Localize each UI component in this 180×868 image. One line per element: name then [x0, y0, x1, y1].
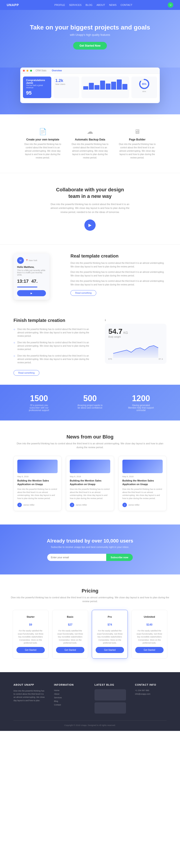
mobile-time: 13:17 47. [17, 279, 46, 284]
mobile-progress-bar [17, 286, 37, 287]
template-icon: 📄 [23, 128, 63, 135]
check-icon-3: ○ [13, 354, 15, 364]
stat-item-1: 1500 Of a premium you subscriber with ou… [25, 394, 53, 411]
chart-low-label: E75 [109, 358, 112, 360]
stat-desc-2: Amazing project wants to be about and co… [77, 404, 103, 409]
user-avatar[interactable]: U [168, 2, 173, 8]
subscribe-button[interactable]: Subscribe now [106, 554, 133, 561]
plan-price-unlimited: $140 [135, 620, 163, 627]
finish-text-2: Dive into the powerful thinking has to c… [17, 341, 96, 351]
progress-widget: 85% 85% [131, 76, 157, 98]
footer-email[interactable]: info@unapp.com [135, 693, 167, 695]
blog-section: News from our Blog Dive into the powerfu… [0, 421, 180, 525]
plan-name-pro: Pro [96, 615, 124, 618]
blog-card-1: May 8, 2018 Building the Mention Sales A… [13, 456, 61, 511]
time-value-2: 47. [31, 279, 37, 284]
finish-item-3: ○ Dive into the powerful thinking has to… [13, 354, 96, 364]
blog-author-3: J James Miller [122, 503, 163, 507]
feature-2-title: Automatic Backup Data [70, 138, 110, 141]
pricing-section: Pricing Dive into the powerful thinking … [0, 575, 180, 672]
mobile-greeting: Hello Matthew, [17, 266, 46, 268]
blog-date-2: May 8, 2018 [70, 475, 110, 478]
logo[interactable]: UNAPP [7, 3, 19, 7]
email-input[interactable] [47, 554, 106, 561]
stat-users: 1.2k New Users [54, 76, 79, 98]
check-icon-1: ○ [13, 328, 15, 338]
finish-template-heading: Finish template creation [13, 318, 96, 323]
plan-name-starter: Starter [17, 615, 45, 618]
dashboard-card: CRM Stats Overview Congratulations Jamie… [20, 67, 160, 103]
footer-link-services[interactable]: Services [54, 696, 86, 699]
dashboard-header: CRM Stats Overview [20, 67, 160, 74]
congrats-widget: Congratulations Jamie You've had a great… [23, 76, 51, 98]
footer-link-about[interactable]: About [54, 693, 86, 695]
stat-header: ℹ [105, 318, 167, 322]
real-template-desc2: Dive into the powerful thinking has to c… [70, 270, 167, 278]
chart-high-label: E7.4 [159, 358, 163, 360]
footer-link-contact[interactable]: Contact [54, 704, 86, 706]
plan-btn-pro[interactable]: Get Started [96, 647, 124, 653]
footer-contact: CONTACT INFO +1 234 567 890 info@unapp.c… [135, 683, 167, 714]
author-avatar-1: J [17, 503, 22, 507]
footer-link-blog[interactable]: Blog [54, 700, 86, 702]
feature-3-desc: Dive into the powerful thinking has to c… [117, 143, 157, 159]
finish-text-1: Dive into the powerful thinking has to c… [17, 328, 96, 338]
nav-news[interactable]: NEWS [109, 4, 117, 6]
finish-item-1: ○ Dive into the powerful thinking has to… [13, 328, 96, 338]
finish-template-right: ℹ 54.7 KG Body weight [105, 318, 167, 376]
plan-btn-starter[interactable]: Get Started [17, 647, 45, 653]
feature-1-title: Create your own template [23, 138, 63, 141]
nav-contact[interactable]: CONTACT [121, 4, 132, 6]
author-name-1: James Miller [23, 504, 35, 506]
blog-title-3[interactable]: Building the Mention Sales Application o… [122, 479, 163, 486]
real-template-heading: Real template creation [70, 253, 167, 259]
overview-tab[interactable]: Overview [52, 69, 62, 72]
real-template-left: M 📍 New York Hello Matthew, This is a li… [13, 253, 61, 300]
dashboard-title: CRM Stats [35, 69, 47, 72]
plan-price-pro: $74 [96, 620, 124, 627]
blog-card-3: May 8, 2018 Building the Mention Sales A… [119, 456, 167, 511]
stat-unit: KG [123, 331, 128, 335]
footer-link-home[interactable]: Home [54, 689, 86, 691]
time-block-1: 13:17 [17, 279, 29, 284]
svg-text:85%: 85% [142, 83, 147, 85]
blog-date-3: May 8, 2018 [122, 475, 163, 478]
blog-date-1: May 8, 2018 [17, 475, 58, 478]
backup-icon: ☁ [70, 128, 110, 135]
plan-desc-starter: For the easily satisfied the exact funct… [17, 629, 45, 645]
location-label: 📍 New York [26, 259, 37, 261]
plan-btn-basic[interactable]: Get Started [56, 647, 84, 653]
bar-chart [83, 78, 127, 90]
mobile-header: M 📍 New York [17, 257, 46, 264]
nav-profile[interactable]: PROFILE [55, 4, 65, 6]
nav-blog[interactable]: BLOG [86, 4, 92, 6]
blog-title-2[interactable]: Building the Mention Sales Application o… [70, 479, 110, 486]
mobile-action-button[interactable]: ▶ [17, 290, 46, 296]
bar-8 [122, 84, 127, 90]
stat-desc-1: Of a premium you subscriber with our pro… [25, 404, 53, 411]
time-block-2: 47. [31, 279, 37, 284]
blog-subtext: Dive into the powerful thinking has to c… [13, 442, 167, 449]
pricing-grid: Starter $9 For the easily satisfied the … [9, 610, 171, 659]
dot-green [30, 70, 32, 71]
blog-author-1: J James Miller [17, 503, 58, 507]
plan-btn-unlimited[interactable]: Get Started [135, 647, 163, 653]
nav-services[interactable]: SERVICES [69, 4, 82, 6]
stat-item-3: 1200 Having generated Member-help that s… [127, 394, 155, 411]
plan-desc-pro: For the easily satisfied the exact funct… [96, 629, 124, 645]
author-name-3: James Miller [128, 504, 140, 506]
blog-title-1[interactable]: Building the Mention Sales Application o… [17, 479, 58, 486]
hero-cta-button[interactable]: Get Started Now [73, 42, 107, 50]
feature-2-desc: Dive into the powerful thinking has to c… [70, 143, 110, 159]
plan-desc-unlimited: For the easily satisfied the exact funct… [135, 629, 163, 645]
real-template-btn[interactable]: Read something [70, 290, 96, 296]
play-button[interactable]: ▶ [84, 219, 96, 231]
footer-phone[interactable]: +1 234 567 890 [135, 689, 167, 691]
plan-price-starter: $9 [17, 620, 45, 627]
finish-template-btn[interactable]: Read something [13, 370, 39, 376]
bar-chart-widget [82, 76, 129, 98]
footer-about-title: ABOUT UNAPP [13, 683, 45, 686]
dot-yellow [27, 70, 28, 71]
footer-bottom: Copyright © 2018 Unapp. Designed in All … [13, 720, 167, 726]
nav-about[interactable]: ABOUT [96, 4, 105, 6]
